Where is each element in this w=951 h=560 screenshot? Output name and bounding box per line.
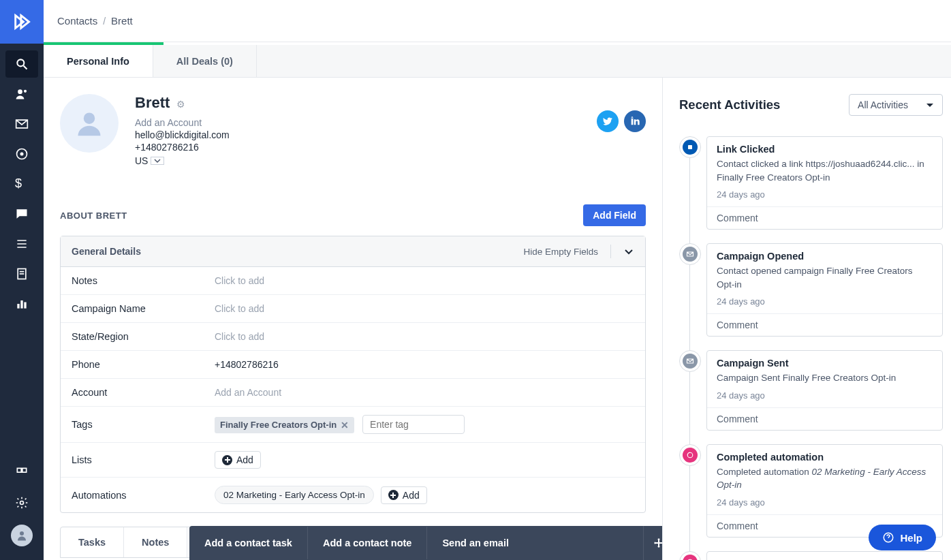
activity-desc: Contact clicked a link https://joshuaad6… (717, 157, 933, 184)
activity-title: Link Clicked (717, 144, 933, 155)
activities-filter-dropdown[interactable]: All Activities (849, 94, 943, 116)
activity-icon-automation-entered (679, 551, 701, 560)
forms-icon[interactable] (5, 260, 38, 287)
field-value-phone[interactable]: +14802786216 (215, 359, 634, 370)
action-bar: Add a contact task Add a contact note Se… (189, 526, 662, 560)
add-automation-button[interactable]: Add (381, 486, 427, 504)
svg-rect-13 (22, 468, 27, 472)
field-value-account[interactable]: Add an Account (215, 387, 634, 398)
general-details-panel: General Details Hide Empty Fields Notes … (60, 236, 646, 513)
move-handle-icon[interactable] (643, 526, 662, 560)
tag-chip[interactable]: Finally Free Creators Opt-in ✕ (215, 417, 354, 433)
activity-item: Entered automation (706, 551, 943, 560)
svg-point-14 (20, 501, 24, 505)
contacts-icon[interactable] (5, 80, 38, 108)
svg-line-1 (24, 66, 27, 69)
svg-point-3 (24, 90, 27, 93)
brand-logo[interactable] (0, 0, 44, 44)
add-field-button[interactable]: Add Field (583, 204, 646, 226)
hide-empty-fields-link[interactable]: Hide Empty Fields (523, 247, 598, 257)
activity-item: Link Clicked Contact clicked a link http… (706, 136, 943, 230)
tab-personal-info[interactable]: Personal Info (44, 45, 153, 77)
add-list-label: Add (236, 454, 253, 465)
breadcrumb-current: Brett (111, 15, 133, 27)
add-note-button[interactable]: Add a contact note (308, 527, 428, 559)
svg-point-0 (17, 59, 24, 66)
tab-all-deals[interactable]: All Deals (0) (153, 45, 257, 77)
collapse-panel-chevron-icon[interactable] (610, 245, 634, 258)
field-label-automations: Automations (72, 490, 215, 501)
breadcrumb-root[interactable]: Contacts (57, 15, 97, 27)
activity-comment-link[interactable]: Comment (707, 206, 942, 229)
activity-item: Completed automation Completed automatio… (706, 444, 943, 538)
activity-title: Completed automation (717, 452, 933, 463)
contact-settings-gear-icon[interactable]: ⚙ (176, 99, 185, 110)
add-list-button[interactable]: Add (215, 451, 261, 469)
field-value-campaign[interactable]: Click to add (215, 303, 634, 314)
apps-icon[interactable] (5, 459, 38, 486)
svg-point-16 (84, 112, 95, 124)
user-avatar[interactable] (11, 525, 33, 546)
activity-time: 24 days ago (717, 497, 933, 508)
breadcrumb-sep: / (103, 16, 106, 27)
campaigns-icon[interactable] (5, 110, 38, 138)
send-email-button[interactable]: Send an email (427, 527, 524, 559)
subtab-tasks[interactable]: Tasks (61, 527, 124, 557)
activity-item: Campaign Sent Campaign Sent Finally Free… (706, 350, 943, 431)
contact-name: Brett (135, 94, 170, 111)
main-tabs: Personal Info All Deals (0) (44, 45, 951, 78)
search-icon[interactable] (5, 50, 38, 78)
automation-chip[interactable]: 02 Marketing - Early Access Opt-in (215, 486, 374, 504)
activity-icon-campaign-sent (679, 350, 701, 372)
svg-point-15 (20, 531, 24, 535)
svg-point-2 (18, 89, 22, 94)
tag-input[interactable] (362, 415, 465, 434)
contact-email[interactable]: hello@blickdigital.com (135, 129, 230, 140)
field-label-phone: Phone (72, 359, 215, 370)
activity-icon-link-clicked (679, 136, 701, 158)
plus-icon (222, 455, 232, 465)
tag-remove-icon[interactable]: ✕ (341, 420, 349, 431)
add-task-button[interactable]: Add a contact task (189, 527, 308, 559)
activity-desc: Campaign Sent Finally Free Creators Opt-… (717, 371, 933, 385)
general-details-title: General Details (72, 246, 141, 257)
field-value-state[interactable]: Click to add (215, 331, 634, 342)
add-account-link[interactable]: Add an Account (135, 117, 230, 128)
activity-time: 24 days ago (717, 189, 933, 200)
activity-desc: Completed automation 02 Marketing - Earl… (717, 465, 933, 492)
activity-comment-link[interactable]: Comment (707, 313, 942, 336)
svg-rect-9 (17, 304, 19, 309)
automations-icon[interactable] (5, 140, 38, 168)
help-label: Help (900, 532, 922, 544)
deals-icon[interactable]: $ (5, 170, 38, 198)
field-label-state: State/Region (72, 331, 215, 342)
nav-rail: $ (0, 0, 44, 560)
activity-item: Campaign Opened Contact opened campaign … (706, 243, 943, 337)
about-heading: ABOUT BRETT (60, 211, 127, 221)
activity-time: 24 days ago (717, 390, 933, 401)
conversations-icon[interactable] (5, 200, 38, 228)
contact-locale: US (135, 155, 148, 166)
subtab-notes[interactable]: Notes (124, 527, 187, 557)
add-automation-label: Add (403, 490, 420, 501)
field-label-lists: Lists (72, 454, 215, 465)
breadcrumb: Contacts / Brett (44, 0, 951, 42)
twitter-icon[interactable] (597, 110, 619, 132)
linkedin-icon[interactable] (624, 110, 646, 132)
field-label-account: Account (72, 387, 215, 398)
help-button[interactable]: Help (869, 525, 936, 550)
svg-point-5 (20, 153, 24, 156)
activity-icon-campaign-opened (679, 243, 701, 265)
reports-icon[interactable] (5, 290, 38, 317)
field-value-notes[interactable]: Click to add (215, 275, 634, 286)
field-label-campaign: Campaign Name (72, 303, 215, 314)
lists-icon[interactable] (5, 230, 38, 258)
locale-dropdown[interactable] (151, 157, 164, 165)
activities-timeline: Link Clicked Contact clicked a link http… (679, 136, 943, 560)
contact-avatar (60, 94, 119, 153)
activity-comment-link[interactable]: Comment (707, 407, 942, 430)
settings-icon[interactable] (5, 489, 38, 516)
svg-rect-11 (24, 302, 26, 309)
activity-desc: Contact opened campaign Finally Free Cre… (717, 264, 933, 291)
field-label-tags: Tags (72, 419, 215, 430)
